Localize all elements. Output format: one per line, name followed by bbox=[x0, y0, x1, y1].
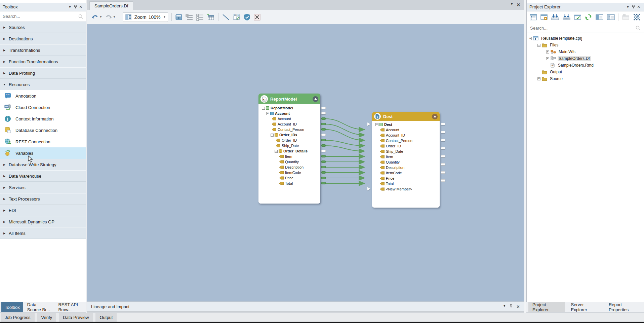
tree-node-label[interactable]: Order_Details bbox=[283, 149, 308, 153]
tab-verify[interactable]: Verify bbox=[37, 313, 56, 322]
toolbox-category-services[interactable]: ▶Services bbox=[0, 182, 86, 193]
get-latest-icon[interactable] bbox=[551, 13, 559, 21]
collapse-box-icon[interactable]: − bbox=[537, 44, 540, 47]
output-port-mapped[interactable] bbox=[321, 117, 326, 120]
tree-node-label[interactable]: Order_IDs bbox=[279, 133, 297, 137]
tree-item-sampleorders-df[interactable]: + SampleOrders.Df bbox=[529, 55, 644, 62]
tab-close-icon[interactable]: ✕ bbox=[517, 2, 520, 7]
toolbox-category-destinations[interactable]: ▶Destinations bbox=[0, 33, 86, 44]
map-line-account[interactable] bbox=[326, 119, 364, 130]
tree-node-label[interactable]: Dest bbox=[384, 122, 392, 127]
tree-item-source[interactable]: + Source bbox=[529, 75, 644, 82]
field-label[interactable]: Price bbox=[285, 176, 293, 180]
tab-project-explorer[interactable]: Project Explorer bbox=[528, 302, 565, 312]
toolbox-search-input[interactable] bbox=[3, 14, 78, 19]
tab-toolbox[interactable]: Toolbox bbox=[1, 302, 23, 312]
field-label[interactable]: Contact_Person bbox=[386, 139, 412, 143]
expand-box-icon[interactable]: + bbox=[546, 50, 549, 53]
tree-item-label[interactable]: Files bbox=[549, 42, 559, 48]
diagram-overview-icon[interactable] bbox=[125, 14, 132, 21]
expression-builder-button[interactable] bbox=[174, 13, 184, 22]
project-explorer-dropdown-icon[interactable]: ▾ bbox=[625, 5, 631, 9]
toolbox-category-data-warehouse[interactable]: ▶Data Warehouse bbox=[0, 170, 86, 182]
tree-item-label[interactable]: SampleOrders.Df bbox=[558, 56, 591, 61]
zoom-dropdown-icon[interactable]: ▼ bbox=[163, 15, 166, 19]
output-port-mapped[interactable] bbox=[321, 155, 326, 157]
output-port[interactable] bbox=[441, 139, 445, 141]
field-label[interactable]: Ship_Date bbox=[386, 149, 403, 153]
tree-item-files[interactable]: − Files bbox=[529, 42, 644, 48]
field-label[interactable]: Total bbox=[386, 182, 394, 186]
field-label[interactable]: Description bbox=[386, 166, 404, 170]
field-label[interactable]: Ship_Date bbox=[282, 144, 299, 148]
output-port[interactable] bbox=[321, 107, 326, 109]
node-collapse-button[interactable] bbox=[432, 114, 438, 119]
map-line-contact-person[interactable] bbox=[326, 130, 364, 140]
check-out-icon[interactable] bbox=[562, 13, 571, 21]
project-explorer-close-icon[interactable]: ✕ bbox=[636, 5, 641, 9]
toolbox-item-variables[interactable]: Variables bbox=[0, 147, 86, 159]
toolbox-category-database-write-strategy[interactable]: ▶Database Write Strategy bbox=[0, 159, 86, 170]
tree-item-main-wfs[interactable]: + Main.Wfs bbox=[529, 48, 644, 55]
lineage-dropdown-icon[interactable]: ▼ bbox=[503, 304, 506, 309]
dock-left-window-icon[interactable] bbox=[595, 13, 604, 21]
node-collapse-button[interactable] bbox=[313, 96, 318, 102]
output-port-mapped[interactable] bbox=[321, 144, 326, 147]
field-label[interactable]: Item bbox=[285, 154, 292, 158]
collapse-box-icon[interactable]: − bbox=[375, 123, 378, 126]
toolbox-item-rest-connection[interactable]: REST Connection bbox=[0, 136, 86, 147]
output-port-mapped[interactable] bbox=[321, 177, 326, 179]
tree-item-label[interactable]: SampleOrders.Rmd bbox=[557, 63, 595, 68]
toolbox-category-transformations[interactable]: ▶Transformations bbox=[0, 44, 86, 56]
clear-maps-button[interactable] bbox=[252, 13, 262, 22]
field-label[interactable]: Contact_Person bbox=[278, 128, 304, 132]
data-quality-rules-button[interactable]: 0 1 0 1 bbox=[232, 13, 242, 22]
field-label[interactable]: Quantity bbox=[386, 160, 400, 164]
tab-job-progress[interactable]: Job Progress bbox=[1, 313, 35, 322]
outline-view-button[interactable] bbox=[195, 13, 205, 22]
tree-item-label[interactable]: Output bbox=[549, 69, 563, 75]
field-label[interactable]: ItemCode bbox=[386, 171, 402, 175]
project-explorer-pin-icon[interactable] bbox=[631, 5, 636, 9]
output-port[interactable] bbox=[441, 163, 445, 166]
output-port-mapped[interactable] bbox=[321, 139, 326, 141]
tab-report-properties[interactable]: Report Properties bbox=[605, 302, 644, 312]
map-line-account-id[interactable] bbox=[326, 124, 364, 135]
toolbox-item-database-connection[interactable]: Database Connection bbox=[0, 124, 86, 136]
field-label[interactable]: Price bbox=[386, 176, 394, 180]
expand-box-icon[interactable]: + bbox=[537, 77, 540, 80]
map-line-ship-date[interactable] bbox=[326, 146, 364, 151]
toolbox-category-all-items[interactable]: ▶All Items bbox=[0, 227, 86, 239]
toolbox-close-icon[interactable]: ✕ bbox=[78, 5, 83, 9]
toolbox-category-resources[interactable]: ▼Resources bbox=[0, 79, 86, 90]
zoom-value[interactable]: 100% bbox=[149, 14, 161, 20]
output-port[interactable] bbox=[441, 171, 445, 174]
lineage-close-icon[interactable]: ✕ bbox=[516, 304, 520, 309]
field-label[interactable]: Account_ID bbox=[386, 133, 405, 137]
toolbox-item-annotation[interactable]: ““ Annotation bbox=[0, 90, 86, 102]
dock-right-window-icon[interactable] bbox=[607, 13, 615, 21]
field-label[interactable]: Total bbox=[285, 181, 293, 185]
collapse-box-icon[interactable]: − bbox=[529, 37, 532, 40]
field-label[interactable]: Account_ID bbox=[278, 122, 297, 126]
properties-window-icon[interactable] bbox=[529, 13, 537, 21]
tree-item-label[interactable]: ReusableTemplate.cprj bbox=[540, 36, 583, 41]
output-port-mapped[interactable] bbox=[321, 182, 326, 184]
tree-item-label[interactable]: Main.Wfs bbox=[558, 49, 576, 55]
output-port-mapped[interactable] bbox=[321, 160, 326, 163]
map-line-order-id[interactable] bbox=[326, 140, 364, 146]
field-label[interactable]: Order_ID bbox=[282, 138, 297, 142]
left-splitter[interactable] bbox=[86, 0, 87, 313]
tree-item-project-root[interactable]: − ReusableTemplate.cprj bbox=[529, 35, 644, 42]
collapse-box-icon[interactable]: − bbox=[275, 150, 278, 153]
apply-check-icon[interactable] bbox=[574, 13, 581, 21]
refresh-icon[interactable] bbox=[585, 13, 592, 21]
tab-rest-api-browser[interactable]: REST API Brow... bbox=[55, 302, 86, 312]
collapse-box-icon[interactable]: − bbox=[266, 112, 269, 115]
toolbox-category-sources[interactable]: ▶Sources bbox=[0, 22, 86, 33]
collapse-box-icon[interactable]: − bbox=[271, 134, 274, 137]
toolbox-category-edi[interactable]: ▶EDI bbox=[0, 205, 86, 216]
node-reportmodel[interactable]: ReportModel −ReportModel −Account Accoun… bbox=[258, 94, 320, 204]
output-port[interactable] bbox=[321, 134, 326, 136]
tab-list-dropdown-icon[interactable]: ▼ bbox=[510, 2, 513, 7]
